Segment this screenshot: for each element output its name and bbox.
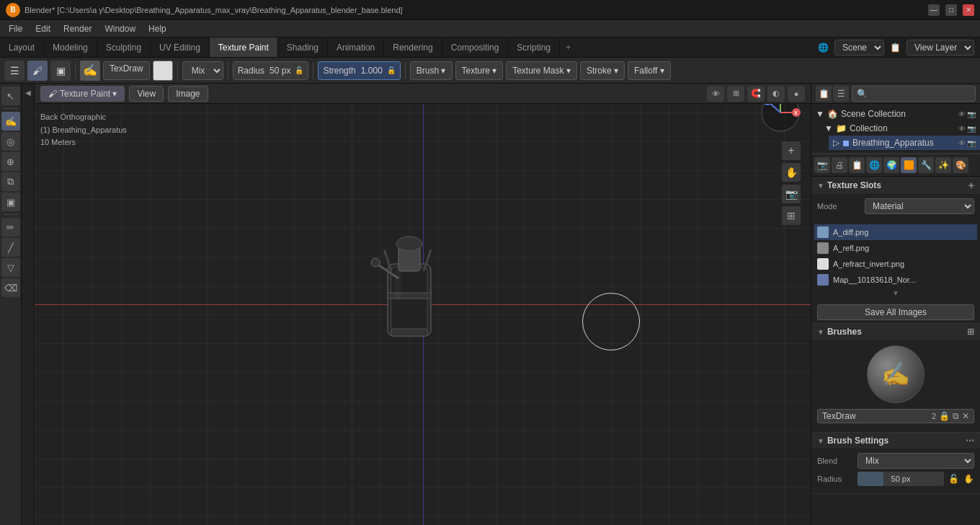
strength-field[interactable]: Strength 1.000 🔓 [318,61,400,80]
view-layer-props-icon[interactable]: 📋 [849,157,865,173]
viewport-gizmo-btn[interactable]: ⊞ [727,86,744,102]
radius-bar[interactable]: 50 px [858,472,944,486]
window-controls[interactable]: — □ ✕ [928,4,974,16]
collection-visibility-icon[interactable]: 👁 [958,125,966,133]
object-render-icon[interactable]: 📷 [967,139,976,147]
add-workspace-button[interactable]: + [560,38,576,57]
tool-annotate[interactable]: ✏ [1,218,20,237]
render-props-icon[interactable]: 📷 [814,157,830,173]
object-row[interactable]: ▷ ◼ Breathing_Apparatus 👁 📷 [829,136,980,150]
collection-render-icon[interactable]: 📷 [967,125,976,133]
menu-window[interactable]: Window [99,22,141,35]
tex-item-2[interactable]: A_refract_invert.png [814,256,977,272]
color-picker[interactable] [153,61,173,81]
filter-icon[interactable]: ☰ [833,86,849,102]
brush-copy-icon[interactable]: ⧉ [953,411,959,421]
world-props-icon[interactable]: 🌍 [883,157,899,173]
texture-dropdown-btn[interactable]: Texture ▾ [455,61,504,80]
tex-item-3[interactable]: Map__10183618_Nor... [814,272,977,288]
viewport-menu-image[interactable]: Image [168,86,208,102]
brush-protect-icon[interactable]: 🔒 [939,411,950,421]
tab-layout[interactable]: Layout [0,38,44,57]
viewport-snap-btn[interactable]: 🧲 [747,86,765,102]
sub-collapse-btn[interactable]: ◀ [23,87,33,97]
brushes-expand-icon[interactable]: ⊞ [967,327,974,337]
tool-cursor[interactable]: ↖ [1,87,20,105]
brush-name-dropdown[interactable]: TexDraw [103,61,150,80]
tab-animation[interactable]: Animation [328,38,384,57]
collection-row[interactable]: ▼ 📁 Collection 👁 📷 [820,121,980,136]
menu-help[interactable]: Help [143,22,172,35]
tool-annotate-erase[interactable]: ⌫ [1,278,20,297]
tool-soften[interactable]: ◎ [1,132,20,151]
menu-render[interactable]: Render [58,22,97,35]
camera-btn[interactable]: 📷 [782,185,801,203]
outliner-icon[interactable]: 📋 [816,86,832,102]
modifier-props-icon[interactable]: 🔧 [918,157,934,173]
tab-rendering[interactable]: Rendering [384,38,442,57]
brush-delete-icon[interactable]: ✕ [962,411,969,421]
radius-pressure-icon[interactable]: ✋ [963,474,974,484]
tab-compositing[interactable]: Compositing [442,38,509,57]
brushes-header[interactable]: ▼ Brushes ⊞ [811,324,980,340]
close-button[interactable]: ✕ [963,4,974,16]
viewport-overlay-btn[interactable]: 👁 [707,86,724,102]
tab-modeling[interactable]: Modeling [44,38,97,57]
pan-btn[interactable]: ✋ [782,163,801,182]
save-all-images-btn[interactable]: Save All Images [817,304,974,320]
stroke-dropdown-btn[interactable]: Stroke ▾ [580,61,625,80]
tool-annotate-poly[interactable]: ▽ [1,258,20,277]
scene-props-icon[interactable]: 🌐 [866,157,882,173]
minimize-button[interactable]: — [928,4,940,16]
view-layer-select[interactable]: View Layer [906,40,974,56]
tool-smear[interactable]: ⊕ [1,152,20,171]
tool-annotate-line[interactable]: ╱ [1,238,20,257]
zoom-in-btn[interactable]: + [782,141,801,160]
blend-mode-dropdown[interactable]: Mix [182,61,223,80]
blend-select[interactable]: Mix [858,453,974,469]
tool-clone[interactable]: ⧉ [1,172,20,191]
grid-btn[interactable]: ⊞ [782,206,801,225]
texture-mask-dropdown-btn[interactable]: Texture Mask ▾ [506,61,577,80]
visibility-icon[interactable]: 👁 [958,110,966,118]
particles-props-icon[interactable]: ✨ [935,157,951,173]
radius-field[interactable]: Radius 50 px 🔓 [233,61,309,80]
menu-file[interactable]: File [3,22,28,35]
tex-item-1[interactable]: A_refl.png [814,240,977,256]
tool-draw[interactable]: ✍ [1,112,20,131]
texture-paint-mode-btn[interactable]: 🖌 Texture Paint ▾ [40,86,125,102]
bs-options-icon[interactable]: ⋯ [966,436,974,446]
material-props-icon[interactable]: 🎨 [953,157,968,173]
viewport[interactable]: 🖌 Texture Paint ▾ View Image 👁 ⊞ 🧲 ◐ ● B… [35,84,811,525]
render-icon[interactable]: 📷 [967,110,976,118]
output-props-icon[interactable]: 🖨 [832,157,847,173]
tab-shading[interactable]: Shading [278,38,328,57]
maximize-button[interactable]: □ [945,4,957,16]
scene-collection-row[interactable]: ▼ 🏠 Scene Collection 👁 📷 [811,107,980,121]
falloff-dropdown-btn[interactable]: Falloff ▾ [628,61,671,80]
viewport-menu-view[interactable]: View [129,86,164,102]
tab-scripting[interactable]: Scripting [508,38,560,57]
viewport-shading-solid[interactable]: ◐ [767,86,785,102]
tab-uv-editing[interactable]: UV Editing [151,38,210,57]
texture-slots-header[interactable]: ▼ Texture Slots + [811,177,980,194]
header-tool2-icon[interactable]: ▣ [50,61,71,81]
object-props-icon[interactable]: 🟧 [901,157,917,173]
header-mode-icon[interactable]: ☰ [4,61,24,81]
scene-select[interactable]: Scene [834,40,884,56]
tool-fill[interactable]: ▣ [1,193,20,211]
menu-edit[interactable]: Edit [30,22,56,35]
tab-texture-paint[interactable]: Texture Paint [210,38,278,57]
brush-dropdown-btn[interactable]: Brush ▾ [410,61,453,80]
texture-slots-section: ▼ Texture Slots + Mode Material A_ [811,177,980,324]
brush-settings-header[interactable]: ▼ Brush Settings ⋯ [811,433,980,449]
ts-add-btn[interactable]: + [968,180,974,191]
viewport-shading-render[interactable]: ● [788,86,805,102]
radius-lock-icon[interactable]: 🔓 [948,474,959,484]
outliner-search[interactable] [852,86,976,102]
mode-select[interactable]: Material [865,198,974,214]
brush-tool-icon[interactable]: 🖌 [27,61,48,81]
object-visibility-icon[interactable]: 👁 [958,139,966,147]
tex-item-0[interactable]: A_diff.png [814,224,977,240]
tab-sculpting[interactable]: Sculpting [97,38,151,57]
